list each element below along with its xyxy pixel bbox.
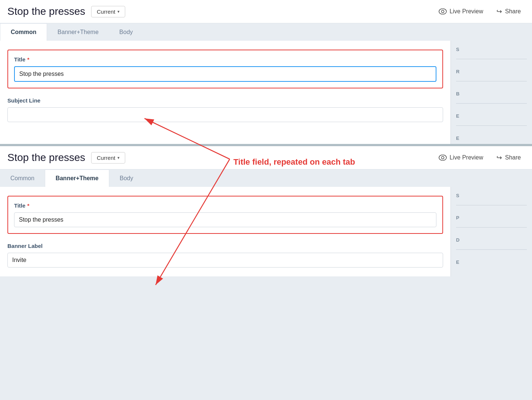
right-col-label-r-top: R [451, 63, 532, 77]
subject-section-top: Subject Line [7, 97, 443, 122]
svg-point-1 [441, 10, 444, 13]
title-input-top[interactable] [14, 66, 436, 82]
banner-section-bottom: Banner Label [7, 243, 443, 268]
right-sidebar-top: S R B E E [450, 41, 532, 144]
right-col-label-s-bottom: S [451, 187, 532, 201]
right-col-label-e2-top: E [451, 130, 532, 144]
title-label-bottom: Title * [14, 202, 436, 209]
subject-label-top: Subject Line [7, 97, 443, 104]
right-col-label-e-bottom: E [451, 253, 532, 268]
chevron-down-icon-bottom: ▾ [117, 155, 120, 160]
share-button-top[interactable]: ↪ Share [493, 5, 525, 18]
bottom-section: Stop the presses Current ▾ Live Preview … [0, 146, 532, 276]
live-preview-label-top: Live Preview [450, 8, 483, 15]
required-star-top: * [27, 56, 30, 63]
top-header: Stop the presses Current ▾ Live Preview … [0, 0, 532, 23]
live-preview-label-bottom: Live Preview [450, 154, 483, 161]
right-col-divider4-top [456, 125, 527, 126]
right-col-label-e1-top: E [451, 107, 532, 122]
right-sidebar-bottom: S P D E [450, 187, 532, 276]
version-label-top: Current [97, 9, 115, 15]
top-content-area: Title * Subject Line S R [0, 41, 532, 144]
title-field-box-bottom: Title * [7, 196, 443, 234]
top-main-col: Title * Subject Line [0, 41, 450, 144]
subject-input-top[interactable] [7, 107, 443, 122]
right-col-divider3-bottom [456, 249, 527, 250]
title-input-bottom[interactable] [14, 212, 436, 227]
tab-common-bottom[interactable]: Common [0, 169, 45, 187]
right-col-label-s-top: S [451, 41, 532, 55]
tab-body-bottom[interactable]: Body [109, 169, 143, 187]
page-title-bottom: Stop the presses [7, 152, 85, 164]
tabs-bar-bottom: Common Banner+Theme Body [0, 169, 532, 187]
version-dropdown-top[interactable]: Current ▾ [91, 6, 125, 17]
share-icon-top: ↪ [496, 7, 502, 16]
right-col-divider1-top [456, 59, 527, 59]
tab-banner-theme-bottom[interactable]: Banner+Theme [45, 169, 109, 187]
right-col-divider3-top [456, 103, 527, 104]
right-col-divider2-top [456, 81, 527, 81]
svg-point-6 [439, 155, 446, 161]
right-col-divider2-bottom [456, 227, 527, 228]
title-field-box-top: Title * [7, 50, 443, 88]
eye-icon-bottom [439, 155, 447, 161]
live-preview-button-bottom[interactable]: Live Preview [435, 152, 487, 163]
tab-common-top[interactable]: Common [0, 23, 47, 41]
chevron-down-icon-top: ▾ [117, 9, 120, 14]
banner-label-bottom: Banner Label [7, 243, 443, 249]
bottom-content-area: Title * Banner Label S P [0, 187, 532, 276]
bottom-form-area: Title * Banner Label [0, 187, 450, 276]
version-label-bottom: Current [97, 155, 115, 161]
right-col-label-b-top: B [451, 85, 532, 100]
share-label-bottom: Share [505, 154, 521, 161]
share-label-top: Share [505, 8, 521, 15]
tab-banner-theme-top[interactable]: Banner+Theme [47, 23, 109, 41]
tabs-bar-top: Common Banner+Theme Body [0, 23, 532, 41]
banner-input-bottom[interactable] [7, 253, 443, 268]
eye-icon-top [439, 9, 447, 14]
bottom-main-col: Title * Banner Label [0, 187, 450, 276]
top-section: Stop the presses Current ▾ Live Preview … [0, 0, 532, 144]
svg-point-0 [439, 9, 446, 14]
svg-point-7 [441, 157, 444, 159]
bottom-header: Stop the presses Current ▾ Live Preview … [0, 146, 532, 169]
share-button-bottom[interactable]: ↪ Share [493, 151, 525, 164]
live-preview-button-top[interactable]: Live Preview [435, 6, 487, 17]
right-col-label-d-bottom: D [451, 231, 532, 246]
top-form-area: Title * Subject Line [0, 41, 450, 131]
right-col-divider1-bottom [456, 205, 527, 205]
page-title-top: Stop the presses [7, 6, 85, 17]
right-col-label-p-bottom: P [451, 209, 532, 223]
share-icon-bottom: ↪ [496, 154, 502, 162]
tab-body-top[interactable]: Body [109, 23, 143, 41]
required-star-bottom: * [27, 202, 30, 209]
version-dropdown-bottom[interactable]: Current ▾ [91, 152, 125, 164]
title-label-top: Title * [14, 56, 436, 63]
